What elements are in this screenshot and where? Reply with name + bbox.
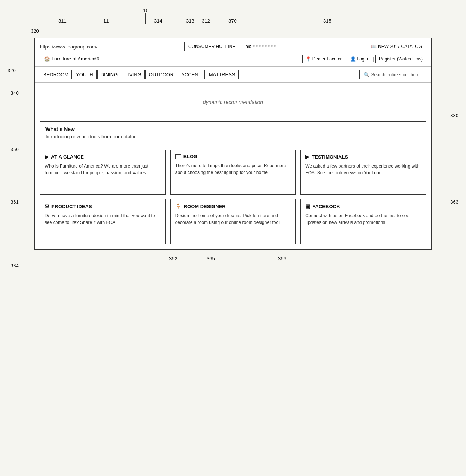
nav-menu-row: BEDROOM YOUTH DINING LIVING OUTDOOR <box>35 67 431 83</box>
ref-370: 370 <box>228 18 237 24</box>
whats-new-title: What's New <box>45 126 421 132</box>
nav-buttons-group: 📍 Dealer Locator 👤 Login | Register (Wat… <box>302 55 426 63</box>
card-testimonials-title: ▶ TESTIMONIALS <box>305 154 421 160</box>
facebook-icon: ▣ <box>305 203 310 209</box>
nav-item-youth[interactable]: YOUTH <box>73 70 97 79</box>
house-icon: 🏠 <box>44 56 50 62</box>
card-facebook-text: Connect with us on Facebook and be the f… <box>305 212 421 226</box>
nav-item-mattress[interactable]: MATTRESS <box>206 70 239 79</box>
testimonials-icon: ▶ <box>305 154 309 160</box>
phone-icon: ☎ <box>246 44 251 49</box>
cards-row-1: ▶ AT A GLANCE Who is Furniture of Americ… <box>40 150 426 195</box>
card-room-designer-text: Design the home of your dreams! Pick fur… <box>175 212 291 226</box>
card-facebook-title: ▣ FACEBOOK <box>305 203 421 209</box>
card-facebook[interactable]: ▣ FACEBOOK Connect with us on Facebook a… <box>300 199 426 244</box>
ref-314: 314 <box>154 18 162 24</box>
label-320: 320 <box>8 68 16 73</box>
card-room-designer-title: 🪑 ROOM DESIGNER <box>175 203 291 209</box>
label-365: 365 <box>207 256 215 261</box>
nav-item-accent[interactable]: ACCENT <box>178 70 204 79</box>
register-label: Register (Watch How) <box>379 56 423 62</box>
phone-number-box: ☎ * * * * * * * * <box>242 42 280 51</box>
card-product-ideas-title: ✉ PRODUCT IDEAS <box>45 203 161 209</box>
dealer-locator-button[interactable]: 📍 Dealer Locator <box>302 55 345 63</box>
card-testimonials-text: We asked a few partners of their experie… <box>305 163 421 176</box>
label-340: 340 <box>11 90 19 96</box>
card-at-a-glance-text: Who is Furniture of America? We are more… <box>45 163 161 176</box>
hotline-label: CONSUMER HOTLINE <box>188 44 235 49</box>
header-area: https://www.foagroup.com/ CONSUMER HOTLI… <box>35 38 431 67</box>
nav-item-bedroom[interactable]: BEDROOM <box>40 70 72 79</box>
logo-box[interactable]: 🏠 Furniture of America® <box>40 54 103 63</box>
label-364: 364 <box>11 263 19 269</box>
card-testimonials[interactable]: ▶ TESTIMONIALS We asked a few partners o… <box>300 150 426 195</box>
product-ideas-icon: ✉ <box>45 203 49 209</box>
card-at-a-glance-title: ▶ AT A GLANCE <box>45 154 161 160</box>
dealer-icon: 📍 <box>306 56 311 62</box>
dynamic-recommendation-section: dynamic recommendation <box>40 88 426 116</box>
dealer-label: Dealer Locator <box>312 56 342 62</box>
ref-311: 311 <box>58 18 67 24</box>
login-button[interactable]: 👤 Login <box>347 55 371 63</box>
whats-new-text: Introducing new products from our catalo… <box>45 134 421 139</box>
label-350: 350 <box>11 147 19 152</box>
card-product-ideas[interactable]: ✉ PRODUCT IDEAS Do you have a furniture … <box>40 199 166 244</box>
main-diagram-box: https://www.foagroup.com/ CONSUMER HOTLI… <box>34 38 432 250</box>
catalog-label: NEW 2017 CATALOG <box>378 44 422 49</box>
dynamic-rec-label: dynamic recommendation <box>203 99 263 105</box>
card-blog-text: There's more to lamps than looks and pri… <box>175 162 291 176</box>
search-icon: 🔍 <box>363 72 369 77</box>
catalog-icon: 📖 <box>371 44 377 49</box>
ref-11: 11 <box>103 18 109 24</box>
separator: | <box>373 56 374 62</box>
card-product-ideas-text: Do you have a furniture design in mind t… <box>45 212 161 226</box>
login-label: Login <box>357 56 368 62</box>
label-366: 366 <box>278 256 286 261</box>
whats-new-section: What's New Introducing new products from… <box>40 121 426 144</box>
login-icon: 👤 <box>350 56 356 62</box>
register-button[interactable]: Register (Watch How) <box>375 55 426 63</box>
card-room-designer[interactable]: 🪑 ROOM DESIGNER Design the home of your … <box>170 199 296 244</box>
cards-row-2: ✉ PRODUCT IDEAS Do you have a furniture … <box>40 199 426 244</box>
at-a-glance-icon: ▶ <box>45 154 49 160</box>
logo-text: Furniture of America® <box>51 56 99 62</box>
card-blog-title: BLOG <box>175 154 291 159</box>
nav-menu-items: BEDROOM YOUTH DINING LIVING OUTDOOR <box>40 70 239 79</box>
nav-item-living[interactable]: LIVING <box>122 70 145 79</box>
search-placeholder: Search entire store here.. <box>371 72 422 77</box>
label-361: 361 <box>11 199 19 205</box>
phone-number: * * * * * * * * <box>253 44 276 49</box>
ref-312: 312 <box>202 18 210 24</box>
catalog-button[interactable]: 📖 NEW 2017 CATALOG <box>367 42 426 51</box>
card-blog[interactable]: BLOG There's more to lamps than looks an… <box>170 150 296 195</box>
label-363: 363 <box>450 199 458 205</box>
label-362: 362 <box>169 256 177 261</box>
url-bar: https://www.foagroup.com/ <box>40 44 97 50</box>
blog-icon <box>175 154 181 159</box>
label-330: 330 <box>450 113 458 118</box>
search-box[interactable]: 🔍 Search entire store here.. <box>359 70 426 79</box>
ref-315: 315 <box>323 18 331 24</box>
ref-313: 313 <box>186 18 194 24</box>
ref-320: 320 <box>31 28 39 34</box>
hotline-box[interactable]: CONSUMER HOTLINE <box>184 42 239 51</box>
nav-item-outdoor[interactable]: OUTDOOR <box>145 70 177 79</box>
nav-item-dining[interactable]: DINING <box>97 70 121 79</box>
room-designer-icon: 🪑 <box>175 203 182 209</box>
card-at-a-glance[interactable]: ▶ AT A GLANCE Who is Furniture of Americ… <box>40 150 166 195</box>
